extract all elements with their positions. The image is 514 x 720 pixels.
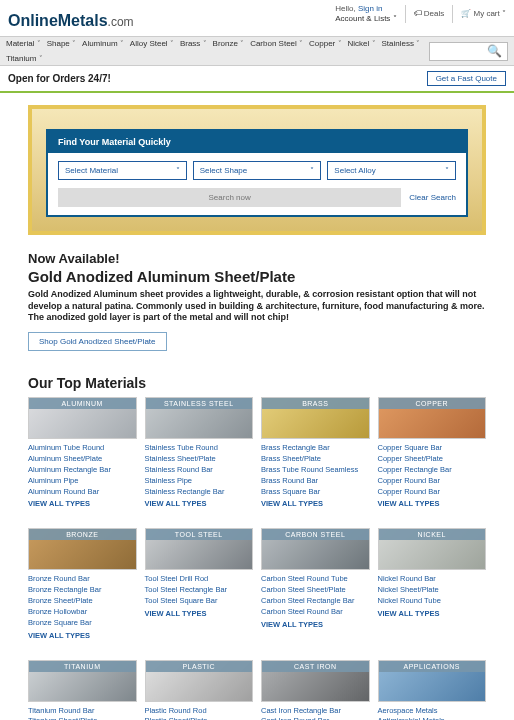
nav-item-brass[interactable]: Brass ˅: [180, 39, 207, 48]
view-all-link[interactable]: VIEW ALL TYPES: [378, 609, 487, 620]
material-link[interactable]: Aluminum Pipe: [28, 476, 137, 487]
material-link[interactable]: Bronze Hollowbar: [28, 607, 137, 618]
material-thumb[interactable]: CARBON STEEL: [261, 528, 370, 570]
chevron-down-icon: ˅: [502, 9, 506, 18]
material-link[interactable]: Copper Rectangle Bar: [378, 465, 487, 476]
view-all-link[interactable]: VIEW ALL TYPES: [261, 499, 370, 510]
material-link[interactable]: Stainless Pipe: [145, 476, 254, 487]
promo-shop-button[interactable]: Shop Gold Anodized Sheet/Plate: [28, 332, 167, 351]
search-now-button[interactable]: Search now: [58, 188, 401, 207]
material-link[interactable]: Brass Round Bar: [261, 476, 370, 487]
view-all-link[interactable]: VIEW ALL TYPES: [28, 499, 137, 510]
material-link[interactable]: Cast Iron Round Bar: [261, 716, 370, 720]
material-link[interactable]: Brass Sheet/Plate: [261, 454, 370, 465]
material-link[interactable]: Copper Round Bar: [378, 487, 487, 498]
material-link[interactable]: Tool Steel Drill Rod: [145, 574, 254, 585]
material-link[interactable]: Brass Rectangle Bar: [261, 443, 370, 454]
material-link[interactable]: Cast Iron Rectangle Bar: [261, 706, 370, 717]
nav-item-bronze[interactable]: Bronze ˅: [213, 39, 245, 48]
chevron-down-icon: ˅: [310, 166, 314, 175]
chevron-down-icon: ˅: [338, 40, 342, 47]
material-link[interactable]: Bronze Square Bar: [28, 618, 137, 629]
search-button[interactable]: 🔍: [482, 44, 507, 58]
material-link[interactable]: Titanium Round Bar: [28, 706, 137, 717]
material-thumb[interactable]: BRASS: [261, 397, 370, 439]
nav-item-alloy-steel[interactable]: Alloy Steel ˅: [130, 39, 174, 48]
material-thumb[interactable]: COPPER: [378, 397, 487, 439]
material-link[interactable]: Bronze Rectangle Bar: [28, 585, 137, 596]
nav-item-stainless[interactable]: Stainless ˅: [382, 39, 421, 48]
deals-link[interactable]: 🏷 Deals: [414, 9, 445, 18]
material-link[interactable]: Carbon Steel Rectangle Bar: [261, 596, 370, 607]
deals-label: Deals: [424, 9, 444, 18]
material-link[interactable]: Bronze Sheet/Plate: [28, 596, 137, 607]
select-alloy[interactable]: Select Alloy˅: [327, 161, 456, 180]
material-link[interactable]: Carbon Steel Sheet/Plate: [261, 585, 370, 596]
material-link[interactable]: Aluminum Sheet/Plate: [28, 454, 137, 465]
view-all-link[interactable]: VIEW ALL TYPES: [28, 631, 137, 642]
material-thumb[interactable]: TOOL STEEL: [145, 528, 254, 570]
material-link[interactable]: Tool Steel Rectangle Bar: [145, 585, 254, 596]
nav-item-carbon-steel[interactable]: Carbon Steel ˅: [250, 39, 303, 48]
material-link[interactable]: Copper Sheet/Plate: [378, 454, 487, 465]
nav-item-copper[interactable]: Copper ˅: [309, 39, 341, 48]
material-link[interactable]: Copper Round Bar: [378, 476, 487, 487]
material-link[interactable]: Aluminum Round Bar: [28, 487, 137, 498]
chevron-down-icon: ˅: [39, 55, 43, 62]
material-thumb[interactable]: NICKEL: [378, 528, 487, 570]
fast-quote-button[interactable]: Get a Fast Quote: [427, 71, 506, 86]
material-card-nickel: NICKELNickel Round BarNickel Sheet/Plate…: [378, 528, 487, 641]
material-thumb[interactable]: APPLICATIONS: [378, 660, 487, 702]
material-link[interactable]: Stainless Sheet/Plate: [145, 454, 254, 465]
material-link[interactable]: Brass Square Bar: [261, 487, 370, 498]
material-thumb[interactable]: CAST IRON: [261, 660, 370, 702]
material-link[interactable]: Stainless Round Bar: [145, 465, 254, 476]
logo[interactable]: OnlineMetals.com: [8, 4, 134, 30]
material-link[interactable]: Tool Steel Square Bar: [145, 596, 254, 607]
material-link[interactable]: Stainless Tube Round: [145, 443, 254, 454]
material-link[interactable]: Carbon Steel Round Bar: [261, 607, 370, 618]
material-link[interactable]: Plastic Round Rod: [145, 706, 254, 717]
material-link[interactable]: Bronze Round Bar: [28, 574, 137, 585]
material-thumb[interactable]: PLASTIC: [145, 660, 254, 702]
material-link[interactable]: Aluminum Rectangle Bar: [28, 465, 137, 476]
material-link[interactable]: Aerospace Metals: [378, 706, 487, 717]
view-all-link[interactable]: VIEW ALL TYPES: [145, 499, 254, 510]
account-menu[interactable]: Hello, Sign in Account & Lists ˅: [335, 4, 396, 23]
material-thumb[interactable]: STAINLESS STEEL: [145, 397, 254, 439]
material-link[interactable]: Aluminum Tube Round: [28, 443, 137, 454]
material-link[interactable]: Nickel Round Tube: [378, 596, 487, 607]
chevron-down-icon: ˅: [372, 40, 376, 47]
material-card-brass: BRASSBrass Rectangle BarBrass Sheet/Plat…: [261, 397, 370, 510]
material-link[interactable]: Plastic Sheet/Plate: [145, 716, 254, 720]
view-all-link[interactable]: VIEW ALL TYPES: [145, 609, 254, 620]
nav-item-aluminum[interactable]: Aluminum ˅: [82, 39, 124, 48]
material-name: STAINLESS STEEL: [146, 398, 253, 409]
material-link[interactable]: Carbon Steel Round Tube: [261, 574, 370, 585]
material-link[interactable]: Brass Tube Round Seamless: [261, 465, 370, 476]
material-link[interactable]: Stainless Rectangle Bar: [145, 487, 254, 498]
select-material[interactable]: Select Material˅: [58, 161, 187, 180]
search-icon: 🔍: [487, 44, 502, 58]
search-input[interactable]: [430, 47, 482, 56]
material-link[interactable]: Titanium Sheet/Plate: [28, 716, 137, 720]
material-link[interactable]: Antimicrobial Metals: [378, 716, 487, 720]
material-thumb[interactable]: ALUMINUM: [28, 397, 137, 439]
view-all-link[interactable]: VIEW ALL TYPES: [261, 620, 370, 631]
nav-item-material[interactable]: Material ˅: [6, 39, 41, 48]
material-card-cast-iron: CAST IRONCast Iron Rectangle BarCast Iro…: [261, 660, 370, 720]
nav-item-shape[interactable]: Shape ˅: [47, 39, 76, 48]
nav-item-nickel[interactable]: Nickel ˅: [348, 39, 376, 48]
material-link[interactable]: Nickel Sheet/Plate: [378, 585, 487, 596]
material-link[interactable]: Copper Square Bar: [378, 443, 487, 454]
chevron-down-icon: ˅: [240, 40, 244, 47]
cart-link[interactable]: 🛒 My cart ˅: [461, 9, 506, 18]
material-link[interactable]: Nickel Round Bar: [378, 574, 487, 585]
nav-item-titanium[interactable]: Titanium ˅: [6, 54, 43, 63]
signin-link[interactable]: Sign in: [358, 4, 382, 13]
material-thumb[interactable]: TITANIUM: [28, 660, 137, 702]
select-shape[interactable]: Select Shape˅: [193, 161, 322, 180]
clear-search-link[interactable]: Clear Search: [409, 193, 456, 202]
view-all-link[interactable]: VIEW ALL TYPES: [378, 499, 487, 510]
material-thumb[interactable]: BRONZE: [28, 528, 137, 570]
